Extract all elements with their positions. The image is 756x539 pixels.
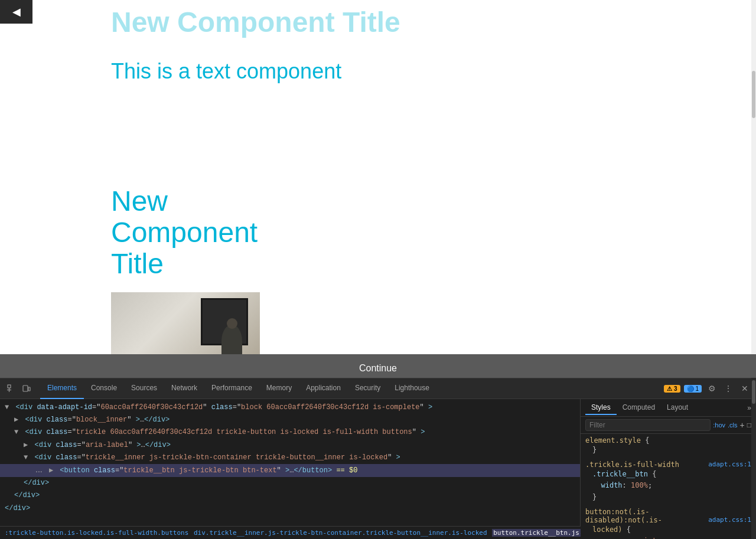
device-toolbar-icon[interactable] bbox=[20, 382, 33, 395]
html-line-6[interactable]: ... ▶ <button class="trickle__btn js-tri… bbox=[0, 464, 580, 477]
style-rule-button: button:not(.is- disabled):not(.is- adapt… bbox=[585, 508, 751, 539]
image-inner bbox=[111, 292, 260, 354]
back-arrow-icon[interactable]: ◀ bbox=[12, 5, 21, 18]
tab-lighthouse[interactable]: Lighthouse bbox=[387, 378, 436, 399]
pseudo-filter-button[interactable]: :hov bbox=[713, 422, 725, 429]
styles-filter-input[interactable] bbox=[585, 419, 711, 431]
devtools-scrollbar[interactable] bbox=[751, 378, 756, 539]
styles-content: element.style { } .trickle.is-full-width… bbox=[581, 434, 756, 539]
html-line-2: ▶ <div class="block__inner" >…</div> bbox=[0, 414, 580, 426]
tab-application[interactable]: Application bbox=[299, 378, 348, 399]
devtools-left-icons bbox=[5, 382, 33, 395]
html-line-5: ▼ <div class="trickle__inner js-trickle-… bbox=[0, 452, 580, 464]
devtools-toolbar: Elements Console Sources Network Perform… bbox=[0, 378, 756, 399]
image-placeholder bbox=[111, 292, 260, 354]
breadcrumb-item-1[interactable]: :trickle-button.is-locked.is-full-width.… bbox=[5, 529, 188, 537]
main-scrollbar[interactable] bbox=[751, 0, 756, 354]
tab-network[interactable]: Network bbox=[164, 378, 204, 399]
more-tabs-icon[interactable]: » bbox=[747, 404, 751, 412]
style-selector-trickle: .trickle.is-full-width adapt.css:1 bbox=[585, 460, 751, 469]
style-options-icon[interactable]: □ bbox=[747, 421, 751, 429]
close-devtools-icon[interactable]: ✕ bbox=[738, 382, 751, 395]
devtools-content: ▼ <div data-adapt-id="60acc0aff2640f30c4… bbox=[0, 399, 756, 539]
devtools-panel: Elements Console Sources Network Perform… bbox=[0, 378, 756, 539]
settings-icon[interactable]: ⚙ bbox=[705, 382, 718, 395]
svg-rect-4 bbox=[28, 387, 30, 391]
expand-dots-button[interactable]: ... bbox=[33, 465, 45, 474]
style-button-locked: locked) { bbox=[585, 524, 751, 535]
style-prop-close: } bbox=[585, 445, 751, 456]
styles-filter: :hov .cls + □ bbox=[581, 417, 756, 434]
style-cursor[interactable]: cursor: pointer; bbox=[585, 535, 751, 539]
page-title-faded: New Component Title bbox=[111, 6, 400, 38]
main-content: New Component Title This is a text compo… bbox=[0, 0, 756, 354]
tab-sources[interactable]: Sources bbox=[124, 378, 164, 399]
breadcrumb-item-3[interactable]: button.trickle__btn.js-trickle-btn.btn-t… bbox=[492, 529, 581, 537]
style-width[interactable]: width: 100%; bbox=[585, 480, 751, 491]
text-component-label: This is a text component bbox=[111, 59, 341, 84]
person-silhouette bbox=[221, 325, 242, 354]
svg-rect-3 bbox=[23, 386, 28, 391]
new-component-title: NewComponentTitle bbox=[111, 186, 258, 279]
html-line-8: </div> bbox=[0, 489, 580, 502]
style-selector-element: element.style { bbox=[585, 436, 751, 445]
styles-panel-header: Styles Computed Layout » bbox=[581, 399, 756, 417]
breadcrumb: :trickle-button.is-locked.is-full-width.… bbox=[0, 526, 581, 539]
devtools-right-icons: ⚠ 3 🔵 1 ⚙ ⋮ ✕ bbox=[664, 382, 751, 395]
style-rule-trickle: .trickle.is-full-width adapt.css:1 .tric… bbox=[585, 460, 751, 503]
tab-memory[interactable]: Memory bbox=[259, 378, 299, 399]
devtools-scrollbar-thumb bbox=[752, 380, 755, 404]
html-line-4: ▶ <div class="aria-label" >…</div> bbox=[0, 439, 580, 452]
top-nav: ◀ bbox=[0, 0, 32, 24]
tab-security[interactable]: Security bbox=[348, 378, 387, 399]
person-head bbox=[227, 318, 237, 329]
warning-badge: ⚠ 3 bbox=[664, 385, 680, 393]
tab-computed[interactable]: Computed bbox=[617, 401, 661, 415]
html-panel[interactable]: ▼ <div data-adapt-id="60acc0aff2640f30c4… bbox=[0, 399, 581, 539]
svg-rect-0 bbox=[8, 385, 11, 388]
tab-console[interactable]: Console bbox=[84, 378, 124, 399]
styles-panel: Styles Computed Layout » :hov .cls + □ e… bbox=[581, 399, 756, 539]
info-badge: 🔵 1 bbox=[684, 385, 702, 393]
breadcrumb-item-2[interactable]: div.trickle__inner.js-trickle-btn-contai… bbox=[194, 529, 487, 537]
cls-filter-button[interactable]: .cls bbox=[728, 422, 738, 429]
style-trickle-close: } bbox=[585, 492, 751, 503]
style-selector-button: button:not(.is- disabled):not(.is- adapt… bbox=[585, 508, 751, 524]
style-trickle-btn: .trickle__btn { bbox=[585, 469, 751, 480]
inspect-element-icon[interactable] bbox=[5, 382, 18, 395]
add-style-icon[interactable]: + bbox=[740, 420, 745, 430]
continue-label: Continue bbox=[359, 363, 397, 374]
html-line-1: ▼ <div data-adapt-id="60acc0aff2640f30c4… bbox=[0, 401, 580, 414]
html-line-3: ▼ <div class="trickle 60acc0aff2640f30c4… bbox=[0, 426, 580, 439]
vertical-dots-icon[interactable]: ⋮ bbox=[722, 382, 735, 395]
tab-styles[interactable]: Styles bbox=[585, 401, 617, 415]
html-line-7: </div> bbox=[0, 477, 580, 489]
tab-performance[interactable]: Performance bbox=[204, 378, 259, 399]
html-line-9: </div> bbox=[0, 502, 580, 515]
style-rule-element: element.style { } bbox=[585, 436, 751, 456]
main-scrollbar-thumb bbox=[752, 71, 755, 118]
tab-layout[interactable]: Layout bbox=[661, 401, 694, 415]
tab-elements[interactable]: Elements bbox=[40, 378, 84, 399]
